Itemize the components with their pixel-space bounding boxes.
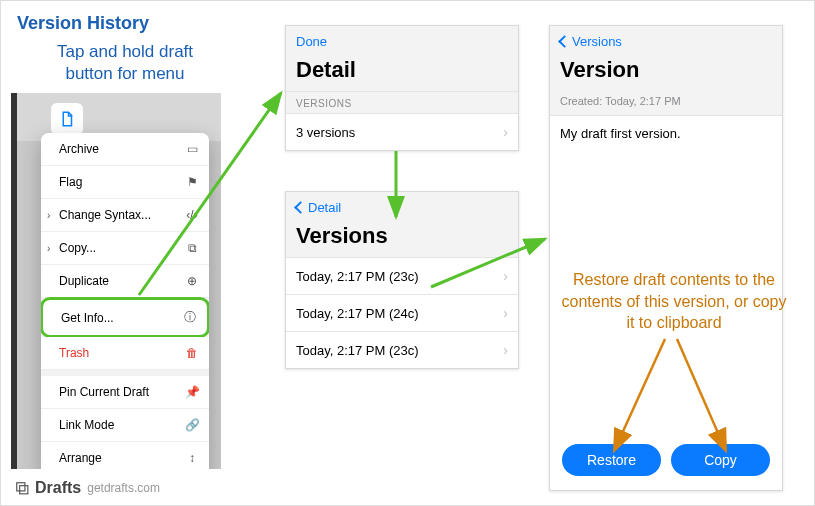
archive-icon: ▭ bbox=[185, 142, 199, 156]
menu-get-info[interactable]: Get Info... ⓘ bbox=[41, 297, 209, 338]
phone-mock: Archive ▭ Flag ⚑ › Change Syntax... ‹/› … bbox=[11, 93, 221, 469]
version-row[interactable]: Today, 2:17 PM (24c) › bbox=[286, 294, 518, 331]
row-label: Today, 2:17 PM (24c) bbox=[296, 306, 419, 321]
version-row[interactable]: Today, 2:17 PM (23c) › bbox=[286, 331, 518, 368]
row-label: 3 versions bbox=[296, 125, 355, 140]
menu-label: Link Mode bbox=[59, 418, 114, 432]
menu-label: Get Info... bbox=[61, 311, 114, 325]
version-panel: Versions Version Created: Today, 2:17 PM… bbox=[549, 25, 783, 491]
code-icon: ‹/› bbox=[185, 208, 199, 222]
menu-duplicate[interactable]: Duplicate ⊕ bbox=[41, 265, 209, 298]
copy-button[interactable]: Copy bbox=[671, 444, 770, 476]
brand-url: getdrafts.com bbox=[87, 481, 160, 495]
menu-pin[interactable]: Pin Current Draft 📌 bbox=[41, 376, 209, 409]
menu-label: Duplicate bbox=[59, 274, 109, 288]
arrange-icon: ↕ bbox=[185, 451, 199, 465]
pin-icon: 📌 bbox=[185, 385, 199, 399]
detail-title: Detail bbox=[286, 53, 518, 91]
version-title: Version bbox=[550, 53, 782, 91]
menu-label: Pin Current Draft bbox=[59, 385, 149, 399]
trash-icon: 🗑 bbox=[185, 346, 199, 360]
menu-label: Arrange bbox=[59, 451, 102, 465]
menu-trash[interactable]: Trash 🗑 bbox=[41, 337, 209, 370]
chevron-right-icon: › bbox=[47, 210, 50, 221]
menu-change-syntax[interactable]: › Change Syntax... ‹/› bbox=[41, 199, 209, 232]
brand-name: Drafts bbox=[35, 479, 81, 497]
svg-rect-6 bbox=[20, 486, 28, 494]
row-label: Today, 2:17 PM (23c) bbox=[296, 343, 419, 358]
menu-arrange[interactable]: Arrange ↕ bbox=[41, 442, 209, 469]
flag-icon: ⚑ bbox=[185, 175, 199, 189]
info-icon: ⓘ bbox=[183, 309, 197, 326]
chevron-right-icon: › bbox=[503, 124, 508, 140]
svg-rect-5 bbox=[17, 483, 25, 491]
menu-label: Flag bbox=[59, 175, 82, 189]
duplicate-icon: ⊕ bbox=[185, 274, 199, 288]
menu-label: Trash bbox=[59, 346, 89, 360]
link-icon: 🔗 bbox=[185, 418, 199, 432]
versions-row[interactable]: 3 versions › bbox=[286, 113, 518, 150]
chevron-right-icon: › bbox=[503, 305, 508, 321]
drafts-logo-icon bbox=[15, 481, 29, 495]
copy-icon: ⧉ bbox=[185, 241, 199, 255]
document-icon bbox=[58, 110, 76, 128]
menu-archive[interactable]: Archive ▭ bbox=[41, 133, 209, 166]
menu-label: Copy... bbox=[59, 241, 96, 255]
chevron-right-icon: › bbox=[503, 342, 508, 358]
back-button[interactable]: Versions bbox=[560, 34, 622, 49]
menu-copy[interactable]: › Copy... ⧉ bbox=[41, 232, 209, 265]
created-label: Created: Today, 2:17 PM bbox=[550, 91, 782, 115]
page-title: Version History bbox=[17, 13, 149, 34]
versions-panel: Detail Versions Today, 2:17 PM (23c) › T… bbox=[285, 191, 519, 369]
chevron-right-icon: › bbox=[503, 268, 508, 284]
draft-button[interactable] bbox=[51, 103, 83, 135]
done-button[interactable]: Done bbox=[296, 34, 327, 49]
button-bar: Restore Copy bbox=[550, 434, 782, 490]
back-button[interactable]: Detail bbox=[296, 200, 341, 215]
detail-panel: Done Detail VERSIONS 3 versions › bbox=[285, 25, 519, 151]
footer: Drafts getdrafts.com bbox=[15, 479, 160, 497]
menu-label: Change Syntax... bbox=[59, 208, 151, 222]
chevron-right-icon: › bbox=[47, 243, 50, 254]
annotation-restore: Restore draft contents to the contents o… bbox=[559, 269, 789, 334]
versions-title: Versions bbox=[286, 219, 518, 257]
menu-label: Archive bbox=[59, 142, 99, 156]
subtitle: Tap and hold draft button for menu bbox=[35, 41, 215, 85]
restore-button[interactable]: Restore bbox=[562, 444, 661, 476]
versions-section-label: VERSIONS bbox=[286, 91, 518, 113]
menu-flag[interactable]: Flag ⚑ bbox=[41, 166, 209, 199]
version-row[interactable]: Today, 2:17 PM (23c) › bbox=[286, 257, 518, 294]
context-menu: Archive ▭ Flag ⚑ › Change Syntax... ‹/› … bbox=[41, 133, 209, 469]
row-label: Today, 2:17 PM (23c) bbox=[296, 269, 419, 284]
menu-link-mode[interactable]: Link Mode 🔗 bbox=[41, 409, 209, 442]
